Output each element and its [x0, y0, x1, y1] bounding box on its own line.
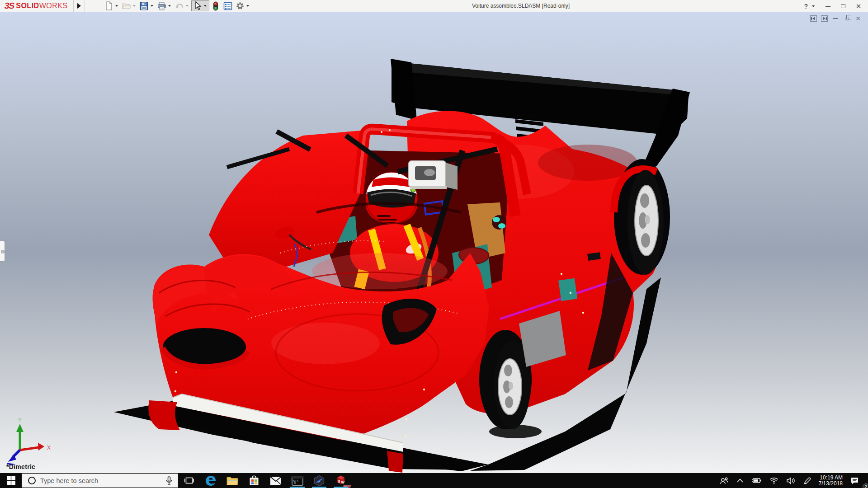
battery-button[interactable] — [747, 473, 765, 488]
new-document-button[interactable] — [103, 0, 120, 11]
flyout-arrow-icon — [77, 3, 81, 9]
solidworks-logo-mark: 3S — [4, 1, 15, 11]
taskbar-item-hexagon-app[interactable] — [308, 473, 330, 488]
new-document-icon — [104, 1, 114, 11]
task-view-icon — [184, 476, 194, 485]
triad-y-label: Y — [18, 417, 22, 423]
tile-right-pane-button[interactable] — [821, 15, 828, 22]
document-minimize-button[interactable] — [832, 15, 839, 22]
quick-toolbar — [103, 0, 251, 11]
help-button[interactable]: ? — [803, 3, 809, 10]
tile-left-icon — [811, 16, 816, 21]
task-view-button[interactable] — [178, 473, 200, 488]
undo-icon — [175, 1, 184, 11]
print-dropdown[interactable] — [168, 5, 171, 7]
taskbar-item-command-prompt[interactable]: C:\ — [287, 473, 308, 488]
search-input[interactable] — [40, 477, 160, 484]
view-orientation-label: *Dimetric — [6, 463, 35, 470]
notification-badge: 2 — [863, 483, 868, 488]
minimize-icon — [826, 6, 830, 7]
minimize-button[interactable] — [821, 1, 835, 11]
command-prompt-icon: C:\ — [292, 476, 303, 486]
rebuild-traffic-light-icon — [211, 1, 221, 11]
triad-x-label: X — [47, 445, 51, 451]
volume-button[interactable] — [783, 473, 799, 488]
select-dropdown[interactable] — [204, 5, 207, 7]
start-button[interactable] — [0, 473, 22, 488]
help-dropdown[interactable] — [812, 5, 815, 7]
solidworks-logo-works: WORKS — [39, 2, 68, 10]
battery-icon — [751, 478, 761, 483]
taskbar-item-edge[interactable] — [200, 473, 222, 488]
clock[interactable]: 10:19 AM 7/13/2018 — [815, 473, 846, 488]
new-document-dropdown[interactable] — [115, 5, 118, 7]
hexagon-app-icon — [313, 475, 325, 487]
select-tool-button[interactable] — [191, 0, 209, 11]
microphone-icon[interactable] — [166, 476, 172, 485]
taskbar-search[interactable] — [22, 474, 178, 488]
component-properties-button[interactable] — [222, 0, 234, 11]
open-button[interactable] — [121, 0, 138, 11]
open-folder-icon — [122, 1, 132, 11]
svg-text:W: W — [341, 480, 345, 484]
undo-dropdown[interactable] — [186, 5, 189, 7]
pen-button[interactable] — [799, 473, 815, 488]
hidden-icons-button[interactable] — [733, 473, 747, 488]
wifi-button[interactable] — [765, 473, 783, 488]
document-restore-icon — [845, 17, 849, 20]
clock-date: 7/13/2018 — [819, 481, 843, 487]
document-title: Voiture assomblee.SLDASM [Read-only] — [472, 3, 570, 9]
open-dropdown[interactable] — [133, 5, 136, 7]
taskbar-item-file-explorer[interactable] — [222, 473, 243, 488]
tile-left-pane-button[interactable] — [810, 15, 817, 22]
settings-gear-icon — [235, 1, 245, 11]
close-icon: ✕ — [856, 3, 862, 9]
document-minimize-icon — [833, 18, 838, 19]
system-tray: 10:19 AM 7/13/2018 2 — [716, 473, 868, 488]
print-icon — [157, 1, 167, 11]
rebuild-button[interactable] — [210, 0, 222, 11]
taskbar-item-microsoft-store[interactable] — [243, 473, 265, 488]
mail-icon — [270, 476, 282, 485]
edge-icon — [205, 475, 217, 487]
window-controls: ? ✕ — [803, 0, 865, 12]
volume-icon — [787, 477, 795, 484]
save-dropdown[interactable] — [151, 5, 153, 7]
chevron-up-icon — [737, 479, 743, 483]
select-cursor-icon — [193, 1, 203, 11]
save-floppy-icon — [139, 1, 149, 11]
orientation-triad: Y X — [7, 417, 51, 465]
solidworks-window: 3S SOLID WORKS — [0, 0, 868, 488]
document-window-controls: ✕ — [810, 15, 862, 22]
menu-flyout-button[interactable] — [73, 0, 85, 12]
feature-manager-collapsed-tab[interactable] — [0, 241, 5, 262]
solidworks-logo: 3S SOLID WORKS — [0, 0, 85, 12]
graphics-viewport[interactable]: Y X ✕ *Dimetric — [0, 12, 868, 473]
document-close-button[interactable]: ✕ — [854, 15, 862, 22]
settings-dropdown[interactable] — [246, 5, 249, 7]
close-button[interactable]: ✕ — [852, 1, 865, 11]
people-button[interactable] — [716, 473, 733, 488]
cmd-prompt-text: C:\ — [293, 479, 298, 482]
save-button[interactable] — [138, 0, 156, 11]
restore-button[interactable] — [836, 1, 850, 11]
settings-button[interactable] — [234, 0, 251, 11]
action-center-button[interactable]: 2 — [846, 473, 866, 488]
restore-icon — [841, 4, 845, 8]
microsoft-store-icon — [249, 475, 259, 486]
tile-right-icon — [821, 16, 827, 21]
people-icon — [720, 477, 729, 485]
wifi-icon — [769, 477, 778, 484]
action-center-icon — [850, 477, 859, 485]
svg-text:S: S — [338, 479, 340, 483]
undo-button[interactable] — [174, 0, 191, 11]
taskbar-item-solidworks-2017[interactable]: S W 2017 — [330, 473, 352, 488]
file-explorer-icon — [226, 476, 238, 486]
cortana-icon — [28, 477, 36, 484]
print-button[interactable] — [156, 0, 173, 11]
windows-logo-icon — [7, 476, 15, 485]
taskbar-item-mail[interactable] — [265, 473, 287, 488]
document-restore-button[interactable] — [843, 15, 850, 22]
solidworks-logo-solid: SOLID — [16, 2, 39, 10]
race-car-model[interactable]: Y X — [0, 12, 868, 473]
